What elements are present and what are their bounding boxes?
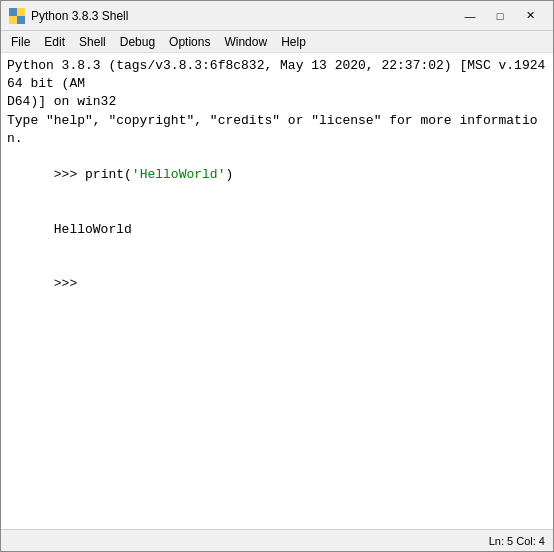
maximize-button[interactable]: □ — [485, 4, 515, 28]
app-icon — [9, 8, 25, 24]
menu-debug[interactable]: Debug — [114, 33, 161, 51]
command-pre: print( — [85, 167, 132, 182]
command-line-1: >>> print('HelloWorld') — [7, 148, 547, 203]
svg-rect-1 — [17, 8, 25, 16]
menu-options[interactable]: Options — [163, 33, 216, 51]
svg-rect-3 — [17, 16, 25, 24]
close-button[interactable]: ✕ — [515, 4, 545, 28]
info-line-3: Type "help", "copyright", "credits" or "… — [7, 112, 547, 148]
svg-rect-2 — [9, 16, 17, 24]
window-title: Python 3.8.3 Shell — [31, 9, 455, 23]
svg-rect-0 — [9, 8, 17, 16]
title-bar: Python 3.8.3 Shell — □ ✕ — [1, 1, 553, 31]
window-controls: — □ ✕ — [455, 4, 545, 28]
minimize-button[interactable]: — — [455, 4, 485, 28]
command-string: 'HelloWorld' — [132, 167, 226, 182]
output-line-1: HelloWorld — [7, 203, 547, 258]
python-shell-window: Python 3.8.3 Shell — □ ✕ File Edit Shell… — [0, 0, 554, 552]
command-post: ) — [225, 167, 233, 182]
info-line-2: D64)] on win32 — [7, 93, 547, 111]
menu-edit[interactable]: Edit — [38, 33, 71, 51]
status-text: Ln: 5 Col: 4 — [489, 535, 545, 547]
menu-bar: File Edit Shell Debug Options Window Hel… — [1, 31, 553, 53]
prompt-1: >>> — [54, 167, 85, 182]
menu-window[interactable]: Window — [218, 33, 273, 51]
prompt-line-2: >>> — [7, 257, 547, 312]
shell-output[interactable]: Python 3.8.3 (tags/v3.8.3:6f8c832, May 1… — [1, 53, 553, 529]
menu-shell[interactable]: Shell — [73, 33, 112, 51]
info-line-1: Python 3.8.3 (tags/v3.8.3:6f8c832, May 1… — [7, 57, 547, 93]
menu-file[interactable]: File — [5, 33, 36, 51]
menu-help[interactable]: Help — [275, 33, 312, 51]
status-bar: Ln: 5 Col: 4 — [1, 529, 553, 551]
